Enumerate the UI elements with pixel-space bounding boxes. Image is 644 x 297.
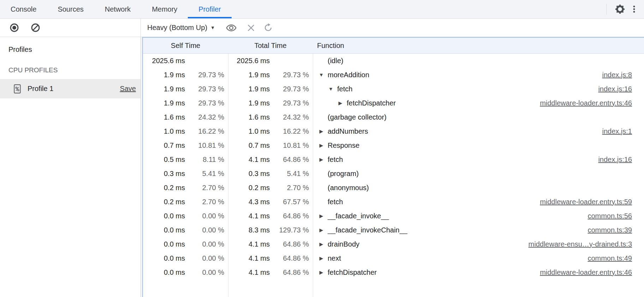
source-link[interactable]: index.js:16 <box>598 156 632 164</box>
self-time-cell: 1.6 ms24.32 % <box>143 113 228 121</box>
profiler-main: Profiles CPU PROFILES Profile 1 Save Sel… <box>0 37 644 297</box>
table-row[interactable]: 0.0 ms0.00 %4.1 ms64.86 %▶drainBodymiddl… <box>143 237 644 251</box>
self-time-ms: 0.0 ms <box>143 268 185 277</box>
function-cell: ▶Response <box>313 141 644 150</box>
source-link[interactable]: common.ts:49 <box>588 254 632 262</box>
tab-console[interactable]: Console <box>0 0 47 18</box>
total-time-percent: 64.86 % <box>270 156 309 164</box>
tab-network[interactable]: Network <box>94 0 141 18</box>
self-time-percent: 0.00 % <box>185 240 224 248</box>
total-time-ms: 0.3 ms <box>228 170 270 178</box>
table-row[interactable]: 0.0 ms0.00 %4.1 ms64.86 %▶__facade_invok… <box>143 209 644 223</box>
record-button[interactable] <box>7 21 21 35</box>
focus-selected-button[interactable] <box>224 21 238 35</box>
table-row[interactable]: 0.2 ms2.70 %0.2 ms2.70 %(anonymous) <box>143 181 644 195</box>
disclosure-right-icon[interactable]: ▶ <box>336 100 345 106</box>
total-time-ms: 4.1 ms <box>228 212 270 220</box>
function-cell: ▶addNumbersindex.js:1 <box>313 127 644 135</box>
function-name: fetch <box>337 85 352 93</box>
self-time-percent: 0.00 % <box>185 212 224 220</box>
tab-profiler[interactable]: Profiler <box>188 0 231 18</box>
total-time-cell: 0.3 ms5.41 % <box>228 170 313 178</box>
table-row[interactable]: 0.7 ms10.81 %0.7 ms10.81 %▶Response <box>143 138 644 152</box>
function-cell: ▶drainBodymiddleware-ensu…y-drained.ts:3 <box>313 240 644 248</box>
total-time-ms: 1.0 ms <box>228 127 270 135</box>
total-time-percent: 2.70 % <box>270 184 309 192</box>
table-row[interactable]: 0.2 ms2.70 %4.3 ms67.57 %fetchmiddleware… <box>143 195 644 209</box>
profile-list-item[interactable]: Profile 1 Save <box>0 79 141 98</box>
total-time-ms: 4.1 ms <box>228 240 270 248</box>
total-time-ms: 1.9 ms <box>228 85 270 93</box>
total-time-percent: 10.81 % <box>270 141 309 150</box>
disclosure-right-icon[interactable]: ▶ <box>317 255 326 261</box>
source-link[interactable]: index.js:1 <box>602 127 632 135</box>
source-link[interactable]: middleware-loader.entry.ts:59 <box>540 198 632 206</box>
kebab-menu-icon <box>630 5 639 14</box>
table-row[interactable]: 0.0 ms0.00 %4.1 ms64.86 %▶nextcommon.ts:… <box>143 251 644 265</box>
self-time-cell: 0.2 ms2.70 % <box>143 198 228 206</box>
self-time-cell: 0.5 ms8.11 % <box>143 156 228 164</box>
tab-memory[interactable]: Memory <box>141 0 188 18</box>
source-link[interactable]: index.js:8 <box>602 71 632 79</box>
view-toolbar: Heavy (Bottom Up) ▼ <box>141 19 644 37</box>
table-row[interactable]: 1.9 ms29.73 %1.9 ms29.73 %▶fetchDispatch… <box>143 96 644 110</box>
table-row[interactable]: 2025.6 ms2025.6 ms(idle) <box>143 54 644 68</box>
self-time-ms: 0.7 ms <box>143 141 185 150</box>
devtools-tab-bar: ConsoleSourcesNetworkMemoryProfiler <box>0 0 644 19</box>
table-row[interactable]: 0.0 ms0.00 %4.1 ms64.86 %▶fetchDispatche… <box>143 265 644 279</box>
disclosure-right-icon[interactable]: ▶ <box>317 157 326 162</box>
disclosure-down-icon[interactable]: ▼ <box>327 86 335 92</box>
source-link[interactable]: middleware-loader.entry.ts:46 <box>540 99 632 107</box>
tab-strip: ConsoleSourcesNetworkMemoryProfiler <box>0 0 232 18</box>
grid-header: Self Time Total Time Function <box>143 38 644 54</box>
exclude-selected-button[interactable] <box>244 21 258 35</box>
table-row[interactable]: 0.3 ms5.41 %0.3 ms5.41 %(program) <box>143 166 644 181</box>
source-link[interactable]: common.ts:39 <box>588 226 632 234</box>
table-row[interactable]: 1.9 ms29.73 %1.9 ms29.73 %▼fetchindex.js… <box>143 82 644 96</box>
source-link[interactable]: middleware-ensu…y-drained.ts:3 <box>529 240 632 248</box>
self-time-cell: 1.9 ms29.73 % <box>143 71 228 79</box>
self-time-ms: 1.6 ms <box>143 113 185 121</box>
total-time-percent: 129.73 % <box>270 226 309 234</box>
function-name: fetchDispatcher <box>328 268 377 277</box>
source-link[interactable]: index.js:16 <box>598 85 632 93</box>
function-name: fetchDispatcher <box>347 99 396 107</box>
table-row[interactable]: 0.5 ms8.11 %4.1 ms64.86 %▶fetchindex.js:… <box>143 152 644 166</box>
clear-button[interactable] <box>28 21 42 35</box>
source-link[interactable]: common.ts:56 <box>588 212 632 220</box>
self-time-ms: 0.3 ms <box>143 170 185 178</box>
sidebar-heading: Profiles <box>8 46 141 54</box>
source-link[interactable]: middleware-loader.entry.ts:46 <box>540 268 632 277</box>
self-time-cell: 0.0 ms0.00 % <box>143 212 228 220</box>
disclosure-right-icon[interactable]: ▶ <box>317 269 326 275</box>
column-header-function[interactable]: Function <box>313 42 644 50</box>
disclosure-right-icon[interactable]: ▶ <box>317 128 326 134</box>
table-row[interactable]: 1.0 ms16.22 %1.0 ms16.22 %▶addNumbersind… <box>143 124 644 138</box>
total-time-percent: 29.73 % <box>270 99 309 107</box>
more-options-button[interactable] <box>627 2 641 16</box>
settings-button[interactable] <box>613 2 627 16</box>
self-time-percent: 29.73 % <box>185 71 224 79</box>
column-header-total-time[interactable]: Total Time <box>228 42 313 50</box>
save-profile-link[interactable]: Save <box>120 85 136 93</box>
disclosure-right-icon[interactable]: ▶ <box>317 213 326 219</box>
close-icon <box>246 23 256 32</box>
disclosure-right-icon[interactable]: ▶ <box>317 241 326 247</box>
table-row[interactable]: 0.0 ms0.00 %8.3 ms129.73 %▶__facade_invo… <box>143 223 644 237</box>
table-row[interactable]: 1.9 ms29.73 %1.9 ms29.73 %▼moreAdditioni… <box>143 68 644 82</box>
total-time-ms: 4.3 ms <box>228 198 270 206</box>
disclosure-right-icon[interactable]: ▶ <box>317 143 326 148</box>
function-cell: ▼moreAdditionindex.js:8 <box>313 71 644 79</box>
total-time-cell: 1.9 ms29.73 % <box>228 99 313 107</box>
restore-all-button[interactable] <box>261 21 275 35</box>
table-row[interactable]: 1.6 ms24.32 %1.6 ms24.32 %(garbage colle… <box>143 110 644 124</box>
self-time-cell: 1.0 ms16.22 % <box>143 127 228 135</box>
column-header-self-time[interactable]: Self Time <box>143 42 228 50</box>
function-cell: ▶nextcommon.ts:49 <box>313 254 644 262</box>
disclosure-down-icon[interactable]: ▼ <box>317 72 326 78</box>
disclosure-right-icon[interactable]: ▶ <box>317 227 326 233</box>
tab-sources[interactable]: Sources <box>47 0 94 18</box>
view-mode-select[interactable]: Heavy (Bottom Up) ▼ <box>147 24 215 32</box>
toolbar-divider <box>606 4 607 14</box>
function-cell: fetchmiddleware-loader.entry.ts:59 <box>313 198 644 206</box>
